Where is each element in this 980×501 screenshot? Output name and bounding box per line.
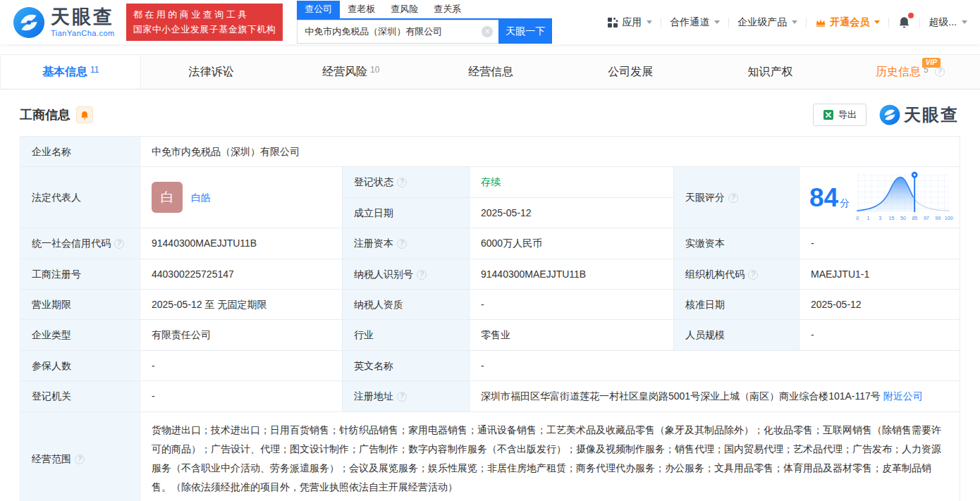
tianyancha-logo[interactable]: 天眼查 TianYanCha.com xyxy=(13,6,115,39)
reg-status-cell: 存续 xyxy=(470,167,674,197)
nearby-companies-link[interactable]: 附近公司 xyxy=(883,390,923,402)
tab-legal-proceedings[interactable]: 法律诉讼 xyxy=(141,55,281,89)
taxpayer-id-label: 纳税人识别号 xyxy=(343,259,470,289)
reg-status-label: 登记状态 xyxy=(343,167,470,197)
search-tab-relation[interactable]: 查关系 xyxy=(426,1,469,18)
help-icon[interactable] xyxy=(935,67,945,77)
help-icon[interactable] xyxy=(397,392,407,402)
notification-dot xyxy=(908,13,914,18)
search-clear-icon[interactable] xyxy=(482,26,493,37)
help-icon[interactable] xyxy=(748,270,758,280)
approval-date-value: 2025-05-12 xyxy=(800,289,960,319)
search-tab-boss[interactable]: 查老板 xyxy=(340,1,383,18)
promo-line2: 国家中小企业发展子基金旗下机构 xyxy=(133,23,276,37)
legal-rep-avatar[interactable]: 白 xyxy=(152,182,183,213)
staff-size-value: - xyxy=(800,320,960,350)
tab-count: 11 xyxy=(90,65,99,75)
staff-size-label: 人员规模 xyxy=(674,320,800,350)
svg-text:85: 85 xyxy=(912,216,917,222)
svg-text:1: 1 xyxy=(866,216,869,222)
reg-authority-label: 登记机关 xyxy=(20,381,140,412)
help-icon[interactable] xyxy=(728,193,738,203)
establish-date-label: 成立日期 xyxy=(343,197,470,228)
credit-code-value: 91440300MAEJJTU11B xyxy=(140,228,343,259)
tab-company-development[interactable]: 公司发展 xyxy=(561,55,700,89)
reg-status-value: 存续 xyxy=(481,176,501,187)
help-icon[interactable] xyxy=(397,178,407,187)
business-term-label: 营业期限 xyxy=(20,289,140,319)
logo-subtitle: TianYanCha.com xyxy=(51,29,115,37)
tab-count: 10 xyxy=(370,65,379,75)
reg-capital-label: 注册资本 xyxy=(343,228,470,259)
tab-history-info[interactable]: VIP 历史信息 5 xyxy=(840,55,980,89)
insured-count-value: - xyxy=(140,350,343,381)
taxpayer-quality-value: - xyxy=(470,289,674,319)
table-row: 企业名称 中免市内免税品（深圳）有限公司 xyxy=(20,137,960,167)
nav-account[interactable]: 超级... xyxy=(929,16,967,29)
nav-partner-channel[interactable]: 合作通道 xyxy=(670,16,720,29)
approval-date-label: 核准日期 xyxy=(674,289,800,319)
score-distribution-chart: 0 1 3 15 50 85 97 99 100 xyxy=(851,169,955,225)
tab-intellectual-property[interactable]: 知识产权 xyxy=(700,55,840,89)
company-type-label: 企业类型 xyxy=(20,320,140,350)
tab-label: 历史信息 xyxy=(876,65,921,80)
score-value-cell: 84分 xyxy=(800,167,960,228)
tab-basic-info[interactable]: 基本信息 11 xyxy=(0,55,141,89)
reg-address-label: 注册地址 xyxy=(343,381,470,412)
legal-rep-link[interactable]: 白皓 xyxy=(191,190,211,205)
table-row: 统一社会信用代码 91440300MAEJJTU11B 注册资本 6000万人民… xyxy=(20,228,960,259)
company-type-value: 有限责任公司 xyxy=(140,320,343,350)
tab-label: 经营风险 xyxy=(322,65,367,80)
legal-rep-cell: 白 白皓 xyxy=(140,167,343,228)
orange-bell-icon xyxy=(80,110,90,120)
taxpayer-quality-label: 纳税人资质 xyxy=(343,289,470,319)
nav-label: 合作通道 xyxy=(670,16,709,29)
header-nav: 应用 合作通道 企业级产品 开通会员 xyxy=(607,16,967,30)
logo-title: 天眼查 xyxy=(51,8,115,27)
tab-business-info[interactable]: 经营信息 xyxy=(421,55,561,89)
svg-text:97: 97 xyxy=(924,216,929,222)
notifications-bell-button[interactable] xyxy=(898,16,911,30)
org-code-label: 组织机构代码 xyxy=(674,259,800,289)
help-icon[interactable] xyxy=(114,239,124,249)
caret-down-icon xyxy=(792,20,797,24)
nav-divider xyxy=(806,18,807,27)
nav-divider xyxy=(888,18,889,27)
score-number: 84分 xyxy=(809,177,850,218)
nav-open-membership[interactable]: 开通会员 xyxy=(815,16,880,29)
svg-text:99: 99 xyxy=(935,216,941,222)
paid-capital-value: - xyxy=(800,228,960,259)
watermark-text: 天眼查 xyxy=(904,104,959,126)
search-tabs: 查公司 查老板 查风险 查关系 xyxy=(297,1,552,20)
taxpayer-id-value: 91440300MAEJJTU11B xyxy=(470,259,674,289)
export-button[interactable]: 导出 xyxy=(813,104,866,126)
svg-text:15: 15 xyxy=(889,216,895,222)
table-row: 经营范围 货物进出口；技术进出口；日用百货销售；针纺织品销售；家用电器销售；通讯… xyxy=(20,412,960,501)
top-header: 天眼查 TianYanCha.com 都在用的商业查询工具 国家中小企业发展子基… xyxy=(0,0,980,44)
section-header: 工商信息 导出 天眼查 xyxy=(0,89,980,136)
nav-apps[interactable]: 应用 xyxy=(607,16,652,29)
logo-swirl-icon xyxy=(13,6,45,39)
score-axis-ticks: 0 1 3 15 50 85 97 99 100 xyxy=(856,216,953,222)
establish-date-value: 2025-05-12 xyxy=(470,197,674,228)
help-icon[interactable] xyxy=(397,239,407,249)
search-button[interactable]: 天眼一下 xyxy=(498,20,552,44)
help-icon[interactable] xyxy=(75,454,85,464)
tab-label: 知识产权 xyxy=(748,65,793,80)
legal-rep-label: 法定代表人 xyxy=(20,167,140,228)
caret-down-icon xyxy=(647,20,652,24)
search-tab-risk[interactable]: 查风险 xyxy=(383,1,426,18)
nav-divider xyxy=(919,18,920,27)
industry-label: 行业 xyxy=(343,320,470,350)
company-section-tabbar: 基本信息 11 法律诉讼 经营风险 10 经营信息 公司发展 知识产权 VIP … xyxy=(0,54,980,89)
tab-label: 基本信息 xyxy=(42,65,87,80)
reg-address-cell: 深圳市福田区华富街道莲花一村社区皇岗路5001号深业上城（南区）商业综合楼101… xyxy=(470,381,960,412)
company-name-value: 中免市内免税品（深圳）有限公司 xyxy=(140,137,960,167)
tab-business-risk[interactable]: 经营风险 10 xyxy=(281,55,421,89)
monitor-bell-button[interactable] xyxy=(76,106,93,123)
search-input[interactable] xyxy=(297,20,498,44)
search-tab-company[interactable]: 查公司 xyxy=(297,1,340,18)
help-icon[interactable] xyxy=(417,270,427,280)
nav-enterprise-products[interactable]: 企业级产品 xyxy=(737,16,797,29)
reg-number-value: 440300225725147 xyxy=(140,259,343,289)
